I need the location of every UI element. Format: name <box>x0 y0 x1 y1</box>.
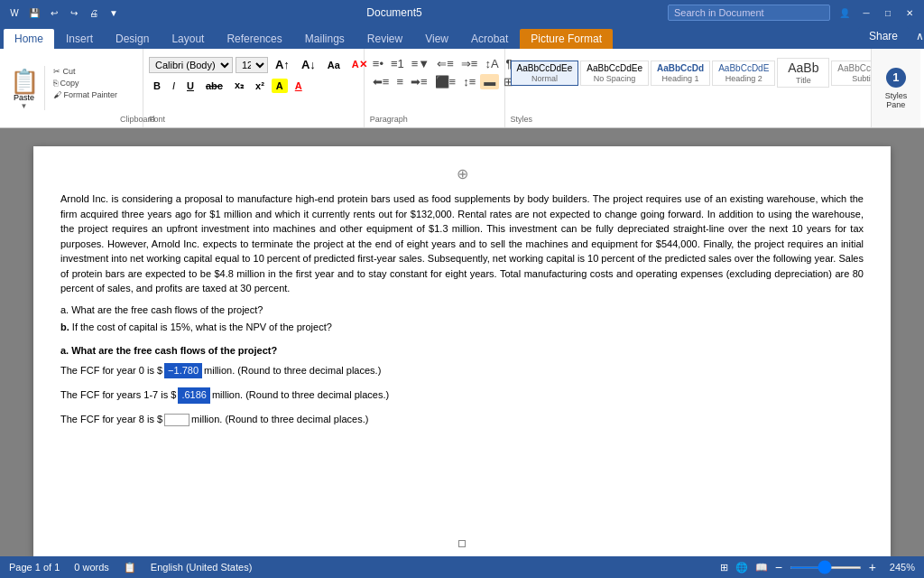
align-right-button[interactable]: ➡≡ <box>408 74 430 89</box>
tab-home[interactable]: Home <box>4 29 54 49</box>
font-color-button[interactable]: A <box>291 79 307 93</box>
bold-button[interactable]: B <box>149 79 165 93</box>
strikethrough-button[interactable]: abc <box>201 79 227 93</box>
tab-view[interactable]: View <box>414 29 459 49</box>
shading-button[interactable]: ▬ <box>480 74 499 89</box>
tab-acrobat[interactable]: Acrobat <box>460 29 519 49</box>
paste-button[interactable]: 📋 Paste ▼ <box>9 66 45 110</box>
style-normal-label: Normal <box>517 74 573 83</box>
bullets-button[interactable]: ≡• <box>370 56 386 71</box>
tab-mailings[interactable]: Mailings <box>294 29 356 49</box>
ribbon-tabs: Home Insert Design Layout References Mai… <box>0 25 924 49</box>
tab-references[interactable]: References <box>216 29 292 49</box>
format-painter-button[interactable]: 🖌 Format Painter <box>51 89 120 100</box>
styles-group-label: Styles <box>511 113 533 124</box>
ribbon-collapse-icon[interactable]: ∧ <box>916 30 924 42</box>
section-a-title: a. What are the free cash flows of the p… <box>60 344 864 358</box>
style-no-spacing[interactable]: AaBbCcDdEe No Spacing <box>580 61 649 86</box>
title-bar: W 💾 ↩ ↪ 🖨 ▼ Document5 👤 ─ □ ✕ <box>0 0 924 25</box>
decrease-indent-button[interactable]: ⇐≡ <box>434 56 457 71</box>
increase-indent-button[interactable]: ⇒≡ <box>458 56 481 71</box>
font-size-select[interactable]: 12 <box>236 57 268 73</box>
align-center-button[interactable]: ≡ <box>393 74 406 89</box>
styles-group: AaBbCcDdEe Normal AaBbCcDdEe No Spacing … <box>505 49 871 127</box>
redo-icon[interactable]: ↪ <box>67 5 81 20</box>
status-bar-left: Page 1 of 1 0 words 📋 English (United St… <box>9 562 252 573</box>
numbering-button[interactable]: ≡1 <box>388 56 407 71</box>
subscript-button[interactable]: x₂ <box>230 78 248 93</box>
question-a-label: a. <box>60 304 71 315</box>
document-title: Document5 <box>366 6 421 19</box>
style-title-preview: AaBb <box>783 61 823 75</box>
question-b-bold: b. <box>60 322 72 332</box>
style-heading1-preview: AaBbCcDd <box>657 63 704 73</box>
justify-button[interactable]: ⬛≡ <box>432 74 459 89</box>
font-name-select[interactable]: Calibri (Body) <box>149 57 233 73</box>
page-count: Page 1 of 1 <box>9 562 60 573</box>
share-button[interactable]: Share <box>858 27 909 45</box>
copy-button[interactable]: ⎘ Copy <box>51 78 120 89</box>
word-count: 0 words <box>74 562 109 573</box>
zoom-slider[interactable] <box>790 566 862 569</box>
restore-icon[interactable]: □ <box>881 5 895 20</box>
sort-button[interactable]: ↕A <box>482 56 501 71</box>
title-bar-right: 👤 ─ □ ✕ <box>668 5 917 21</box>
italic-button[interactable]: I <box>168 79 180 93</box>
styles-pane-label: Styles Pane <box>877 91 915 109</box>
zoom-level[interactable]: 245% <box>883 562 915 573</box>
status-bar-right: ⊞ 🌐 📖 − + 245% <box>720 561 915 573</box>
font-group-label: Font <box>149 113 165 124</box>
style-no-spacing-label: No Spacing <box>587 74 642 83</box>
style-heading2[interactable]: AaBbCcDdE Heading 2 <box>712 61 775 86</box>
close-icon[interactable]: ✕ <box>902 5 917 20</box>
style-normal[interactable]: AaBbCcDdEe Normal <box>511 61 579 86</box>
status-bar: Page 1 of 1 0 words 📋 English (United St… <box>0 556 924 578</box>
font-shrink-button[interactable]: A↓ <box>297 56 320 73</box>
styles-pane-button[interactable]: 1 Styles Pane <box>871 49 920 127</box>
question-a-text: a. What are the free cash flows of the p… <box>60 304 263 315</box>
style-heading2-preview: AaBbCcDdE <box>718 63 769 73</box>
language[interactable]: English (United States) <box>151 562 253 573</box>
save-icon[interactable]: 💾 <box>27 5 42 20</box>
cut-button[interactable]: ✂ Cut <box>51 66 120 77</box>
change-case-button[interactable]: Aa <box>323 58 345 72</box>
tab-design[interactable]: Design <box>105 29 160 49</box>
tab-insert[interactable]: Insert <box>55 29 104 49</box>
underline-button[interactable]: U <box>182 79 199 93</box>
zoom-out-button[interactable]: − <box>775 561 782 573</box>
align-left-button[interactable]: ⬅≡ <box>370 74 393 89</box>
fcf-year8-input[interactable] <box>164 414 189 426</box>
line-spacing-button[interactable]: ↕≡ <box>460 74 478 89</box>
view-web-icon[interactable]: 🌐 <box>735 562 748 573</box>
tab-picture-format[interactable]: Picture Format <box>520 29 613 49</box>
question-a: a. What are the free cash flows of the p… <box>60 303 864 317</box>
customize-icon[interactable]: ▼ <box>106 5 121 20</box>
title-bar-left: W 💾 ↩ ↪ 🖨 ▼ <box>7 5 121 20</box>
multilevel-button[interactable]: ≡▼ <box>409 56 432 71</box>
style-heading1[interactable]: AaBbCcDd Heading 1 <box>651 61 710 86</box>
user-icon[interactable]: 👤 <box>837 5 852 20</box>
undo-icon[interactable]: ↩ <box>47 5 61 20</box>
print-icon[interactable]: 🖨 <box>87 5 101 20</box>
font-grow-button[interactable]: A↑ <box>271 56 294 73</box>
clipboard-group: 📋 Paste ▼ ✂ Cut ⎘ Copy 🖌 Format Painter … <box>4 49 143 127</box>
fcf-years17-prefix: The FCF for years 1-7 is $ <box>60 388 176 402</box>
page: ⊕ Arnold Inc. is considering a proposal … <box>33 146 891 556</box>
style-title[interactable]: AaBb Title <box>777 58 829 88</box>
word-icon[interactable]: W <box>7 5 22 20</box>
highlight-color-button[interactable]: A <box>272 79 288 93</box>
view-read-icon[interactable]: 📖 <box>755 562 768 573</box>
tab-layout[interactable]: Layout <box>161 29 215 49</box>
minimize-icon[interactable]: ─ <box>859 5 873 20</box>
title-bar-center: Document5 <box>121 6 668 19</box>
main-paragraph[interactable]: Arnold Inc. is considering a proposal to… <box>60 191 864 296</box>
page-handle-bottom[interactable] <box>458 540 466 547</box>
superscript-button[interactable]: x² <box>251 79 269 93</box>
view-print-icon[interactable]: ⊞ <box>720 562 728 573</box>
tab-review[interactable]: Review <box>356 29 413 49</box>
track-changes-icon[interactable]: 📋 <box>124 562 136 573</box>
fcf-years17-suffix: million. (Round to three decimal places.… <box>212 388 389 402</box>
fcf-year0-suffix: million. (Round to three decimal places.… <box>204 364 381 378</box>
search-input[interactable] <box>668 5 830 21</box>
zoom-in-button[interactable]: + <box>869 561 876 573</box>
